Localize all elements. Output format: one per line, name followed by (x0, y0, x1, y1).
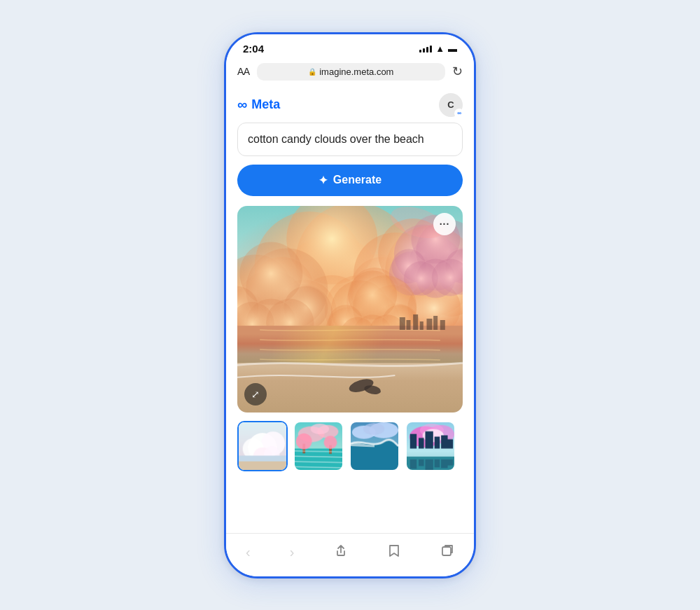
avatar-button[interactable]: C ∞ (439, 93, 463, 117)
forward-button[interactable]: › (284, 541, 300, 563)
lock-icon: 🔒 (308, 68, 316, 76)
avatar-label: C (447, 99, 454, 110)
phone-frame: 2:04 ▲ ▬ AA 🔒 imagine.meta.com ↻ ∞ Meta (224, 32, 476, 578)
battery-icon: ▬ (448, 43, 457, 54)
share-button[interactable] (328, 541, 354, 564)
main-image-container: ··· ⤢ (237, 206, 463, 413)
back-button[interactable]: ‹ (240, 541, 256, 563)
app-header: ∞ Meta C ∞ (226, 86, 474, 123)
expand-button[interactable]: ⤢ (244, 383, 267, 405)
app-content: ∞ Meta C ∞ cotton candy clouds over the … (226, 86, 474, 533)
thumbnail-4[interactable] (405, 421, 456, 471)
meta-logo-text: Meta (251, 97, 280, 112)
main-image (237, 206, 463, 413)
bottom-nav: ‹ › (226, 533, 474, 576)
thumbnail-1[interactable] (237, 421, 288, 471)
url-bar[interactable]: 🔒 imagine.meta.com (257, 63, 445, 81)
meta-logo: ∞ Meta (237, 97, 280, 113)
tabs-button[interactable] (435, 541, 460, 564)
prompt-text: cotton candy clouds over the beach (248, 133, 424, 145)
meta-infinity-icon: ∞ (237, 97, 247, 113)
thumbnail-3[interactable] (349, 421, 400, 471)
more-options-button[interactable]: ··· (433, 213, 456, 235)
url-text: imagine.meta.com (319, 67, 393, 77)
status-time: 2:04 (243, 43, 264, 55)
expand-icon: ⤢ (251, 389, 260, 400)
status-icons: ▲ ▬ (419, 43, 457, 54)
svg-rect-0 (442, 547, 451, 555)
thumbnails-row (226, 421, 474, 478)
generate-label: Generate (333, 174, 382, 186)
refresh-button[interactable]: ↻ (452, 64, 463, 79)
avatar-infinity-icon: ∞ (454, 109, 464, 118)
thumbnail-2[interactable] (293, 421, 344, 471)
generate-button[interactable]: ✦ Generate (237, 165, 463, 196)
browser-bar: AA 🔒 imagine.meta.com ↻ (226, 59, 474, 86)
font-size-control[interactable]: AA (237, 66, 250, 77)
wifi-icon: ▲ (435, 43, 444, 54)
bookmarks-button[interactable] (382, 541, 407, 564)
prompt-input[interactable]: cotton candy clouds over the beach (237, 123, 463, 156)
signal-icon (419, 44, 432, 53)
sparkle-icon: ✦ (318, 174, 328, 187)
status-bar: 2:04 ▲ ▬ (226, 34, 474, 59)
